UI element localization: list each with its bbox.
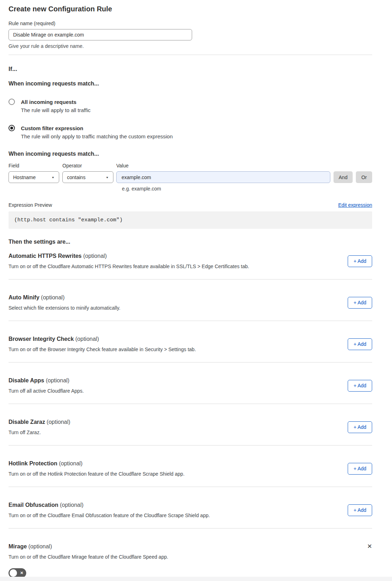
page-title: Create new Configuration Rule [9, 4, 372, 13]
optional-tag: (optional) [41, 294, 65, 300]
operator-select[interactable]: contains ▼ [62, 171, 113, 183]
or-button[interactable]: Or [356, 171, 372, 183]
page-bottom-strip [0, 577, 392, 581]
expression-text: (http.host contains "example.com") [14, 217, 123, 223]
optional-tag: (optional) [47, 419, 71, 425]
if-heading: If... [9, 65, 372, 73]
operator-label: Operator [62, 162, 113, 169]
add-button[interactable]: + Add [348, 255, 372, 267]
toggle-knob [10, 569, 17, 577]
section-divider [9, 55, 372, 55]
radio-label: Custom filter expression [21, 124, 173, 132]
expression-preview-header: Expression Preview Edit expression [9, 201, 372, 209]
radio-button-selected-icon[interactable] [9, 125, 15, 131]
setting-description: Turn on or off the Cloudflare Automatic … [9, 263, 249, 270]
setting-title: Disable Apps [9, 377, 44, 383]
setting-description: Turn on or off the Hotlink Protection fe… [9, 470, 185, 477]
rule-name-input[interactable] [9, 29, 192, 40]
rule-name-helper: Give your rule a descriptive name. [9, 43, 372, 50]
setting-title: Automatic HTTPS Rewrites [9, 253, 82, 259]
value-label: Value [116, 162, 330, 169]
operator-select-value: contains [67, 175, 85, 180]
radio-option-all-requests[interactable]: All incoming requests The rule will appl… [9, 98, 372, 114]
value-input[interactable] [116, 171, 330, 183]
radio-description: The rule will only apply to traffic matc… [21, 133, 173, 140]
close-icon[interactable]: ✕ [367, 543, 372, 550]
add-button[interactable]: + Add [348, 463, 372, 475]
optional-tag: (optional) [59, 460, 83, 466]
setting-row-disable-apps: Disable Apps (optional) Turn off all act… [9, 363, 372, 404]
setting-row-disable-zaraz: Disable Zaraz (optional) Turn off Zaraz.… [9, 404, 372, 446]
mirage-toggle[interactable]: ✕ [9, 568, 26, 578]
radio-label: All incoming requests [21, 98, 90, 106]
value-helper: e.g. example.com [122, 185, 330, 192]
builder-heading: When incoming requests match... [9, 150, 372, 158]
setting-description: Select which file extensions to minify a… [9, 304, 121, 311]
add-button[interactable]: + Add [348, 504, 372, 516]
edit-expression-link[interactable]: Edit expression [338, 201, 372, 209]
settings-heading: Then the settings are... [9, 238, 372, 246]
and-button[interactable]: And [334, 171, 353, 183]
expression-preview-label: Expression Preview [9, 201, 52, 209]
setting-row-hotlink-protection: Hotlink Protection (optional) Turn on or… [9, 446, 372, 487]
add-button[interactable]: + Add [348, 380, 372, 392]
setting-row-automatic-https-rewrites: Automatic HTTPS Rewrites (optional) Turn… [9, 246, 372, 280]
setting-title: Hotlink Protection [9, 460, 57, 466]
configuration-rule-form: Create new Configuration Rule Rule name … [0, 0, 392, 578]
field-select[interactable]: Hostname ▼ [9, 171, 59, 183]
expression-preview-box: (http.host contains "example.com") [9, 211, 372, 229]
field-label: Field [9, 162, 59, 169]
setting-title: Disable Zaraz [9, 419, 45, 425]
add-button[interactable]: + Add [348, 338, 372, 350]
expression-builder-row: Field Hostname ▼ Operator contains ▼ Val… [9, 162, 372, 192]
radio-option-custom-filter[interactable]: Custom filter expression The rule will o… [9, 124, 372, 140]
optional-tag: (optional) [60, 502, 84, 508]
chevron-down-icon: ▼ [51, 176, 55, 179]
setting-title: Mirage [9, 543, 27, 549]
setting-title: Email Obfuscation [9, 502, 58, 508]
setting-title: Browser Integrity Check [9, 336, 74, 342]
radio-description: The rule will apply to all traffic [21, 107, 90, 114]
optional-tag: (optional) [75, 336, 99, 342]
setting-description: Turn on or off the Browser Integrity Che… [9, 346, 196, 353]
setting-row-email-obfuscation: Email Obfuscation (optional) Turn on or … [9, 487, 372, 529]
radio-button-icon[interactable] [9, 99, 15, 105]
match-heading: When incoming requests match... [9, 80, 372, 88]
setting-row-mirage: Mirage (optional) ✕ Turn on or off the C… [9, 529, 372, 578]
setting-description: Turn off Zaraz. [9, 429, 70, 436]
optional-tag: (optional) [28, 543, 52, 549]
optional-tag: (optional) [83, 253, 107, 259]
setting-row-auto-minify: Auto Minify (optional) Select which file… [9, 280, 372, 321]
setting-description: Turn on or off the Cloudflare Mirage fea… [9, 553, 372, 560]
optional-tag: (optional) [46, 377, 69, 383]
setting-title: Auto Minify [9, 294, 39, 300]
field-select-value: Hostname [13, 175, 36, 180]
rule-name-label: Rule name (required) [9, 20, 372, 27]
chevron-down-icon: ▼ [106, 176, 109, 179]
setting-description: Turn off all active Cloudflare Apps. [9, 387, 84, 394]
setting-row-browser-integrity-check: Browser Integrity Check (optional) Turn … [9, 321, 372, 363]
add-button[interactable]: + Add [348, 421, 372, 433]
add-button[interactable]: + Add [348, 297, 372, 309]
setting-description: Turn on or off the Cloudflare Email Obfu… [9, 512, 210, 519]
toggle-off-icon: ✕ [20, 568, 23, 578]
